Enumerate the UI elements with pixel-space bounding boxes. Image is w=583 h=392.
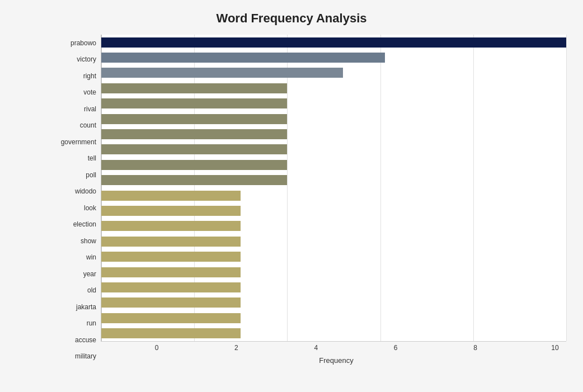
bar-row (101, 51, 566, 64)
y-label: government (56, 139, 96, 145)
bar (101, 144, 287, 154)
bar-row (101, 128, 566, 140)
bar-row (101, 266, 566, 278)
bar (101, 252, 241, 262)
y-label: right (56, 73, 96, 79)
bar-row (101, 97, 566, 110)
x-tick-label: 10 (544, 344, 566, 352)
y-label: look (56, 205, 96, 211)
y-label: rival (56, 106, 96, 112)
bar-row (101, 36, 566, 49)
bars-area (101, 35, 566, 342)
y-labels: prabowovictoryrightvoterivalcountgovernm… (56, 35, 101, 365)
bar-row (101, 159, 566, 171)
bar (101, 206, 241, 216)
x-tick-label: 6 (384, 344, 407, 352)
bar (101, 175, 287, 185)
bar (101, 114, 287, 124)
y-label: jakarta (56, 304, 96, 310)
y-label: tell (56, 155, 96, 162)
bar (101, 68, 343, 78)
y-label: accuse (56, 337, 96, 343)
y-label: military (56, 353, 96, 360)
x-tick-label: 0 (145, 344, 168, 352)
x-axis: 0246810 (145, 344, 566, 352)
y-label: run (56, 320, 96, 327)
bar (101, 53, 385, 63)
y-label: old (56, 287, 96, 294)
bar-row (101, 220, 566, 232)
bar-row (101, 327, 566, 339)
y-label: vote (56, 89, 96, 96)
bar (101, 237, 241, 247)
bar-row (101, 251, 566, 263)
y-label: prabowo (56, 40, 96, 46)
bar-row (101, 281, 566, 294)
x-tick-label: 8 (464, 344, 487, 352)
chart-area: prabowovictoryrightvoterivalcountgovernm… (56, 35, 566, 365)
y-label: year (56, 271, 96, 277)
bar-row (101, 235, 566, 248)
x-tick-label: 4 (305, 344, 327, 352)
bar (101, 129, 287, 139)
bar (101, 328, 241, 338)
bar-row (101, 312, 566, 324)
y-label: poll (56, 172, 96, 178)
bar (101, 83, 287, 93)
y-label: count (56, 122, 96, 129)
chart-title: Word Frequency Analysis (17, 11, 566, 26)
x-axis-title: Frequency (106, 356, 566, 365)
bar (101, 98, 287, 108)
bar-row (101, 82, 566, 95)
bar-row (101, 190, 566, 202)
bar (101, 191, 241, 201)
bar-row (101, 174, 566, 186)
bar-row (101, 296, 566, 309)
bar-row (101, 67, 566, 79)
bar (101, 221, 241, 231)
y-label: election (56, 221, 96, 228)
bar-row (101, 113, 566, 125)
chart-container: Word Frequency Analysis prabowovictoryri… (0, 0, 583, 392)
bar (101, 313, 241, 323)
bar (101, 297, 241, 308)
bar (101, 267, 241, 277)
x-tick-label: 2 (225, 344, 247, 352)
y-label: widodo (56, 188, 96, 195)
y-label: show (56, 238, 96, 244)
bar-row (101, 143, 566, 155)
bar (101, 37, 566, 48)
bar (101, 160, 287, 170)
y-label: victory (56, 56, 96, 63)
bar (101, 282, 241, 292)
y-label: win (56, 254, 96, 261)
bar-row (101, 205, 566, 217)
